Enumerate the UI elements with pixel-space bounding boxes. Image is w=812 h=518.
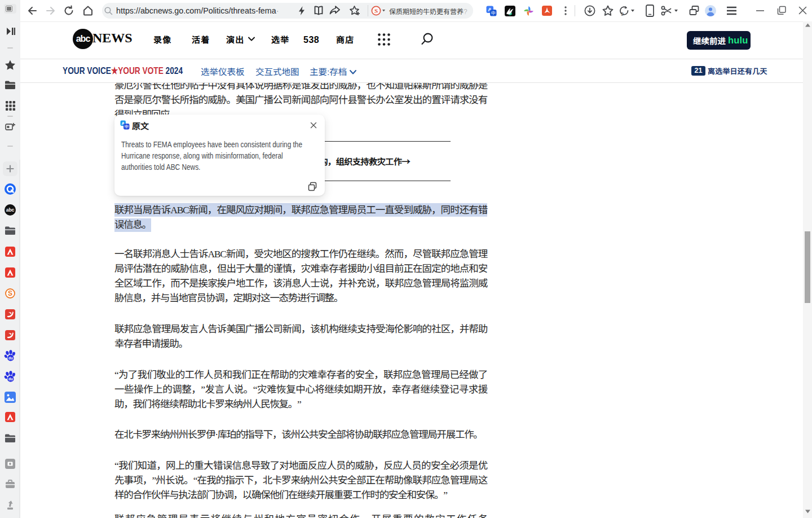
svg-text:du: du xyxy=(8,356,13,360)
svg-text:9: 9 xyxy=(621,11,624,16)
svg-text:du: du xyxy=(8,377,13,381)
svg-text:S: S xyxy=(8,289,12,297)
svg-text:中: 中 xyxy=(124,123,129,129)
svg-text:中: 中 xyxy=(491,10,496,16)
svg-text:S: S xyxy=(374,7,378,14)
